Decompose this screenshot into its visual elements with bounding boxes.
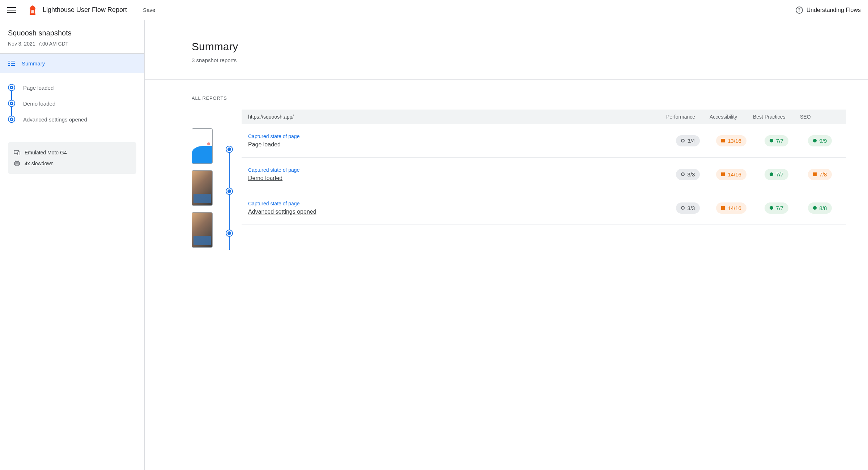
score-text: 9/9 [820,138,827,144]
report-caption: Captured state of page [248,167,666,173]
score-text: 7/7 [776,205,784,211]
flow-step-list: Page loaded Demo loaded Advanced setting… [0,73,144,134]
score-text: 7/7 [776,171,784,178]
snapshot-node-icon [8,116,15,123]
flow-step-label: Page loaded [23,85,54,91]
score-pill-perf[interactable]: 3/3 [676,202,700,214]
flow-step-label: Advanced settings opened [23,116,87,123]
sidebar: Squoosh snapshots Nov 3, 2021, 7:00 AM C… [0,20,145,470]
report-thumbnail[interactable] [192,170,213,206]
square-icon [721,206,725,210]
score-pill-perf[interactable]: 3/3 [676,169,700,180]
flow-step[interactable]: Page loaded [8,80,136,95]
flow-step-label: Demo loaded [23,101,55,107]
device-label: Emulated Moto G4 [25,150,67,155]
score-text: 7/7 [776,138,784,144]
report-title-link[interactable]: Demo loaded [248,175,666,181]
score-pill-a11y[interactable]: 14/16 [716,169,746,180]
score-text: 14/16 [728,171,741,178]
menu-icon[interactable] [7,6,16,14]
sidebar-item-summary[interactable]: Summary [0,54,144,73]
report-caption: Captured state of page [248,201,666,206]
score-pill-bp[interactable]: 7/7 [765,202,789,214]
square-icon [721,139,725,142]
timeline-column [224,110,235,272]
score-pill-perf[interactable]: 3/4 [676,135,700,146]
page-subtitle: 3 snapshot reports [192,57,868,63]
page-title: Summary [192,40,868,53]
score-pill-bp[interactable]: 7/7 [765,169,789,180]
score-text: 3/4 [688,138,695,144]
score-pill-a11y[interactable]: 14/16 [716,202,746,214]
report-row: Captured state of pageDemo loaded3/314/1… [242,158,846,191]
cpu-icon [14,160,20,167]
flow-date: Nov 3, 2021, 7:00 AM CDT [8,41,136,47]
col-best-practices: Best Practices [753,114,800,120]
device-icon [14,149,20,156]
score-text: 13/16 [728,138,741,144]
snapshot-node-icon [8,84,15,91]
flow-step[interactable]: Advanced settings opened [8,111,136,127]
lighthouse-logo-icon [29,5,36,15]
help-icon: ? [796,7,803,14]
main-content: Summary 3 snapshot reports ALL REPORTS [145,20,868,470]
flow-step[interactable]: Demo loaded [8,95,136,111]
report-url-link[interactable]: https://squoosh.app/ [248,114,666,120]
all-reports-heading: ALL REPORTS [192,95,846,101]
dot-icon [813,139,817,142]
dot-icon [813,206,817,210]
understanding-flows-link[interactable]: ? Understanding Flows [796,7,861,14]
app-title: Lighthouse User Flow Report [43,6,127,14]
sidebar-header: Squoosh snapshots Nov 3, 2021, 7:00 AM C… [0,20,144,54]
flow-title: Squoosh snapshots [8,29,136,37]
snapshot-node-icon [226,230,233,237]
dot-icon [770,206,773,210]
score-text: 3/3 [688,171,695,178]
top-bar: Lighthouse User Flow Report Save ? Under… [0,0,868,20]
report-row: Captured state of pageAdvanced settings … [242,191,846,225]
report-title-link[interactable]: Advanced settings opened [248,209,666,215]
report-caption: Captured state of page [248,133,666,139]
square-icon [721,172,725,176]
score-pill-bp[interactable]: 7/7 [765,135,789,146]
save-button[interactable]: Save [143,7,155,13]
report-thumbnail[interactable] [192,128,213,164]
circle-icon [681,206,685,210]
snapshot-node-icon [8,100,15,107]
score-pill-seo[interactable]: 8/8 [808,202,832,214]
list-icon [8,60,15,67]
col-seo: SEO [800,114,840,120]
circle-icon [681,172,685,176]
report-thumbnail[interactable] [192,212,213,248]
col-performance: Performance [666,114,710,120]
environment-info: Emulated Moto G4 4x slowdown [8,142,136,174]
dot-icon [770,139,773,142]
score-pill-a11y[interactable]: 13/16 [716,135,746,146]
score-text: 8/8 [820,205,827,211]
report-row: Captured state of pagePage loaded3/413/1… [242,124,846,158]
score-text: 3/3 [688,205,695,211]
svg-rect-1 [18,152,20,155]
score-text: 14/16 [728,205,741,211]
throttle-label: 4x slowdown [25,161,54,166]
snapshot-node-icon [226,188,233,195]
score-text: 7/8 [820,171,827,178]
score-pill-seo[interactable]: 9/9 [808,135,832,146]
thumbnail-column [192,110,217,272]
dot-icon [770,172,773,176]
col-accessibility: Accessibility [710,114,753,120]
sidebar-item-label: Summary [22,60,45,67]
snapshot-node-icon [226,146,233,153]
square-icon [813,172,817,176]
report-title-link[interactable]: Page loaded [248,141,666,148]
understanding-flows-label: Understanding Flows [807,7,861,13]
report-table-header: https://squoosh.app/ Performance Accessi… [242,110,846,124]
circle-icon [681,139,685,142]
score-pill-seo[interactable]: 7/8 [808,169,832,180]
svg-rect-3 [16,163,18,164]
svg-rect-2 [15,162,19,165]
